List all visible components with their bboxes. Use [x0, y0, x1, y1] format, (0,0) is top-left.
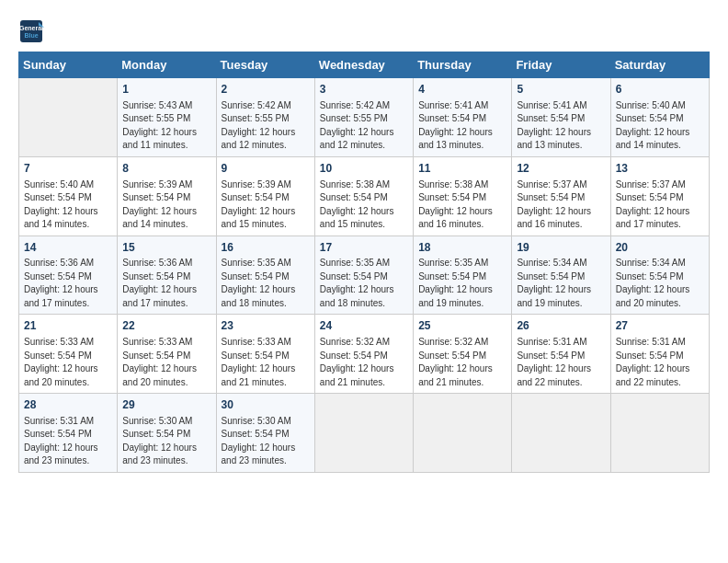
calendar-cell: 24Sunrise: 5:32 AMSunset: 5:54 PMDayligh… — [314, 315, 413, 394]
calendar-cell: 20Sunrise: 5:34 AMSunset: 5:54 PMDayligh… — [610, 236, 709, 315]
day-info: Sunrise: 5:36 AMSunset: 5:54 PMDaylight:… — [24, 257, 112, 310]
day-number: 5 — [517, 82, 605, 98]
calendar-cell: 26Sunrise: 5:31 AMSunset: 5:54 PMDayligh… — [512, 315, 610, 394]
day-number: 24 — [320, 318, 408, 334]
day-info: Sunrise: 5:33 AMSunset: 5:54 PMDaylight:… — [222, 336, 310, 389]
day-number: 12 — [517, 161, 605, 177]
header: General Blue — [18, 18, 710, 44]
calendar-cell: 27Sunrise: 5:31 AMSunset: 5:54 PMDayligh… — [610, 315, 709, 394]
calendar-cell: 23Sunrise: 5:33 AMSunset: 5:54 PMDayligh… — [216, 315, 314, 394]
day-number: 17 — [320, 240, 408, 256]
calendar-cell: 28Sunrise: 5:31 AMSunset: 5:54 PMDayligh… — [19, 394, 118, 473]
day-number: 15 — [122, 240, 210, 256]
day-number: 11 — [418, 161, 506, 177]
day-info: Sunrise: 5:39 AMSunset: 5:54 PMDaylight:… — [122, 178, 210, 232]
calendar-cell: 21Sunrise: 5:33 AMSunset: 5:54 PMDayligh… — [19, 315, 118, 394]
week-row-3: 14Sunrise: 5:36 AMSunset: 5:54 PMDayligh… — [19, 236, 710, 315]
day-number: 1 — [122, 82, 210, 98]
calendar-table: SundayMondayTuesdayWednesdayThursdayFrid… — [18, 52, 710, 473]
calendar-cell — [512, 394, 610, 473]
weekday-header-wednesday: Wednesday — [314, 52, 413, 78]
day-number: 4 — [418, 82, 506, 98]
calendar-cell — [314, 394, 413, 473]
day-info: Sunrise: 5:35 AMSunset: 5:54 PMDaylight:… — [222, 257, 310, 310]
calendar-cell: 25Sunrise: 5:32 AMSunset: 5:54 PMDayligh… — [414, 315, 512, 394]
calendar-cell — [19, 78, 118, 157]
weekday-header-saturday: Saturday — [610, 52, 709, 78]
weekday-header-monday: Monday — [118, 52, 216, 78]
day-info: Sunrise: 5:38 AMSunset: 5:54 PMDaylight:… — [320, 178, 408, 232]
day-info: Sunrise: 5:41 AMSunset: 5:54 PMDaylight:… — [418, 99, 506, 153]
day-number: 3 — [320, 82, 408, 98]
day-info: Sunrise: 5:34 AMSunset: 5:54 PMDaylight:… — [517, 257, 605, 310]
day-number: 26 — [517, 318, 605, 334]
calendar-cell: 6Sunrise: 5:40 AMSunset: 5:54 PMDaylight… — [610, 78, 709, 157]
day-number: 10 — [320, 161, 408, 177]
day-info: Sunrise: 5:33 AMSunset: 5:54 PMDaylight:… — [122, 336, 210, 389]
weekday-header-tuesday: Tuesday — [216, 52, 314, 78]
weekday-header-thursday: Thursday — [414, 52, 512, 78]
day-number: 9 — [222, 161, 310, 177]
logo: General Blue — [18, 18, 48, 44]
day-info: Sunrise: 5:42 AMSunset: 5:55 PMDaylight:… — [222, 99, 310, 153]
logo-icon: General Blue — [18, 18, 44, 44]
day-info: Sunrise: 5:40 AMSunset: 5:54 PMDaylight:… — [24, 178, 112, 232]
day-number: 19 — [517, 240, 605, 256]
day-number: 8 — [122, 161, 210, 177]
day-number: 30 — [222, 397, 310, 413]
calendar-cell: 3Sunrise: 5:42 AMSunset: 5:55 PMDaylight… — [314, 78, 413, 157]
day-info: Sunrise: 5:31 AMSunset: 5:54 PMDaylight:… — [517, 336, 605, 389]
calendar-cell: 22Sunrise: 5:33 AMSunset: 5:54 PMDayligh… — [118, 315, 216, 394]
calendar-cell: 11Sunrise: 5:38 AMSunset: 5:54 PMDayligh… — [414, 156, 512, 236]
week-row-5: 28Sunrise: 5:31 AMSunset: 5:54 PMDayligh… — [19, 394, 710, 473]
day-info: Sunrise: 5:41 AMSunset: 5:54 PMDaylight:… — [517, 99, 605, 153]
calendar-cell — [610, 394, 709, 473]
calendar-cell: 29Sunrise: 5:30 AMSunset: 5:54 PMDayligh… — [118, 394, 216, 473]
day-info: Sunrise: 5:33 AMSunset: 5:54 PMDaylight:… — [24, 336, 112, 389]
calendar-cell: 7Sunrise: 5:40 AMSunset: 5:54 PMDaylight… — [19, 156, 118, 236]
day-info: Sunrise: 5:34 AMSunset: 5:54 PMDaylight:… — [616, 257, 704, 310]
day-number: 25 — [418, 318, 506, 334]
weekday-header-friday: Friday — [512, 52, 610, 78]
day-info: Sunrise: 5:43 AMSunset: 5:55 PMDaylight:… — [122, 99, 210, 153]
calendar-cell: 18Sunrise: 5:35 AMSunset: 5:54 PMDayligh… — [414, 236, 512, 315]
day-info: Sunrise: 5:30 AMSunset: 5:54 PMDaylight:… — [122, 415, 210, 468]
day-number: 27 — [616, 318, 704, 334]
day-number: 6 — [616, 82, 704, 98]
calendar-cell: 1Sunrise: 5:43 AMSunset: 5:55 PMDaylight… — [118, 78, 216, 157]
week-row-2: 7Sunrise: 5:40 AMSunset: 5:54 PMDaylight… — [19, 156, 710, 236]
day-number: 18 — [418, 240, 506, 256]
day-info: Sunrise: 5:32 AMSunset: 5:54 PMDaylight:… — [418, 336, 506, 389]
day-info: Sunrise: 5:40 AMSunset: 5:54 PMDaylight:… — [616, 99, 704, 153]
day-info: Sunrise: 5:35 AMSunset: 5:54 PMDaylight:… — [418, 257, 506, 310]
calendar-cell: 16Sunrise: 5:35 AMSunset: 5:54 PMDayligh… — [216, 236, 314, 315]
day-info: Sunrise: 5:37 AMSunset: 5:54 PMDaylight:… — [616, 178, 704, 232]
week-row-1: 1Sunrise: 5:43 AMSunset: 5:55 PMDaylight… — [19, 78, 710, 157]
calendar-cell: 9Sunrise: 5:39 AMSunset: 5:54 PMDaylight… — [216, 156, 314, 236]
day-number: 29 — [122, 397, 210, 413]
day-info: Sunrise: 5:32 AMSunset: 5:54 PMDaylight:… — [320, 336, 408, 389]
day-number: 14 — [24, 240, 112, 256]
day-info: Sunrise: 5:31 AMSunset: 5:54 PMDaylight:… — [616, 336, 704, 389]
day-info: Sunrise: 5:37 AMSunset: 5:54 PMDaylight:… — [517, 178, 605, 232]
day-number: 21 — [24, 318, 112, 334]
day-number: 20 — [616, 240, 704, 256]
day-number: 16 — [222, 240, 310, 256]
calendar-cell: 15Sunrise: 5:36 AMSunset: 5:54 PMDayligh… — [118, 236, 216, 315]
day-info: Sunrise: 5:31 AMSunset: 5:54 PMDaylight:… — [24, 415, 112, 468]
calendar-cell: 10Sunrise: 5:38 AMSunset: 5:54 PMDayligh… — [314, 156, 413, 236]
calendar-cell: 17Sunrise: 5:35 AMSunset: 5:54 PMDayligh… — [314, 236, 413, 315]
svg-text:Blue: Blue — [24, 32, 38, 39]
calendar-cell: 30Sunrise: 5:30 AMSunset: 5:54 PMDayligh… — [216, 394, 314, 473]
calendar-cell: 2Sunrise: 5:42 AMSunset: 5:55 PMDaylight… — [216, 78, 314, 157]
calendar-cell — [414, 394, 512, 473]
day-number: 7 — [24, 161, 112, 177]
calendar-cell: 19Sunrise: 5:34 AMSunset: 5:54 PMDayligh… — [512, 236, 610, 315]
calendar-cell: 4Sunrise: 5:41 AMSunset: 5:54 PMDaylight… — [414, 78, 512, 157]
calendar-cell: 8Sunrise: 5:39 AMSunset: 5:54 PMDaylight… — [118, 156, 216, 236]
calendar-cell: 12Sunrise: 5:37 AMSunset: 5:54 PMDayligh… — [512, 156, 610, 236]
calendar-cell: 5Sunrise: 5:41 AMSunset: 5:54 PMDaylight… — [512, 78, 610, 157]
day-info: Sunrise: 5:35 AMSunset: 5:54 PMDaylight:… — [320, 257, 408, 310]
day-info: Sunrise: 5:36 AMSunset: 5:54 PMDaylight:… — [122, 257, 210, 310]
weekday-header-sunday: Sunday — [19, 52, 118, 78]
